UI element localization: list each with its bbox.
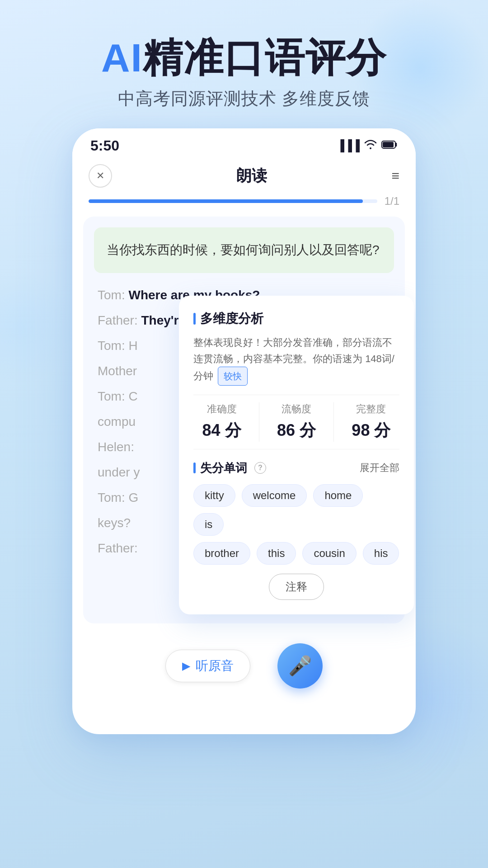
- speaker-label: compu: [98, 415, 136, 429]
- ai-text: AI: [101, 35, 143, 80]
- word-tag-home[interactable]: home: [313, 484, 363, 507]
- lost-words-header: 失分单词 ? 展开全部: [193, 460, 399, 476]
- phone-mockup: 5:50 ▐▐▐ ✕ 朗读 ≡: [72, 128, 416, 734]
- analysis-title: 多维度分析: [193, 310, 399, 327]
- progress-label: 1/1: [385, 195, 399, 208]
- lost-words-title: 失分单词 ?: [193, 460, 266, 476]
- word-tag-cousin[interactable]: cousin: [302, 542, 356, 565]
- score-accuracy-value: 84 分: [202, 420, 241, 442]
- speaker-label: Helen:: [98, 440, 134, 454]
- score-fluency-value: 86 分: [277, 420, 316, 442]
- mic-button[interactable]: 🎤: [277, 643, 323, 689]
- speaker-label: keys?: [98, 516, 131, 530]
- score-completeness-value: 98 分: [352, 420, 390, 442]
- main-title: AI精准口语评分: [0, 36, 488, 80]
- score-divider: [259, 402, 259, 442]
- notes-button[interactable]: 注释: [269, 574, 324, 600]
- content-area: 当你找东西的时候，要如何询问别人以及回答呢? Tom: Where are my…: [83, 217, 405, 623]
- speaker-label: under y: [98, 465, 140, 479]
- subtitle: 中高考同源评测技术 多维度反馈: [0, 87, 488, 110]
- lost-words-section: 失分单词 ? 展开全部 kitty welcome home is brothe…: [193, 460, 399, 600]
- speaker-label: Tom:: [98, 288, 128, 302]
- svg-rect-1: [383, 142, 394, 147]
- speaker-label: Tom: G: [98, 491, 138, 505]
- signal-icon: ▐▐▐: [337, 139, 360, 152]
- nav-bar: ✕ 朗读 ≡: [72, 159, 416, 195]
- word-tag-brother[interactable]: brother: [193, 542, 250, 565]
- analysis-desc-text: 整体表现良好！大部分发音准确，部分语流不连贯流畅，内容基本完整。你的语速为: [193, 337, 392, 364]
- speaker-label: Father:: [98, 541, 138, 555]
- lost-words-title-text: 失分单词: [200, 460, 247, 476]
- scores-row: 准确度 84 分 流畅度 86 分 完整度 98 分: [193, 395, 399, 449]
- analysis-description: 整体表现良好！大部分发音准确，部分语流不连贯流畅，内容基本完整。你的语速为 14…: [193, 335, 399, 385]
- header-section: AI精准口语评分 中高考同源评测技术 多维度反馈: [0, 0, 488, 128]
- score-fluency: 流畅度 86 分: [277, 402, 316, 442]
- close-button[interactable]: ✕: [89, 164, 112, 188]
- speed-badge: 较快: [218, 367, 248, 386]
- blob-decoration-3: [0, 271, 77, 384]
- mic-icon: 🎤: [288, 655, 312, 677]
- score-accuracy-label: 准确度: [202, 402, 241, 416]
- progress-bar-container: 1/1: [72, 195, 416, 208]
- listen-label: 听原音: [196, 657, 234, 675]
- bottom-bar: ▶ 听原音 🎤: [72, 632, 416, 699]
- play-icon: ▶: [182, 660, 190, 672]
- score-completeness: 完整度 98 分: [352, 402, 390, 442]
- word-tag-is[interactable]: is: [193, 513, 224, 536]
- word-tags-row-2: brother this cousin his: [193, 542, 399, 565]
- status-icons: ▐▐▐: [337, 139, 398, 152]
- help-icon[interactable]: ?: [254, 462, 266, 474]
- score-accuracy: 准确度 84 分: [202, 402, 241, 442]
- status-time: 5:50: [90, 137, 119, 154]
- expand-button[interactable]: 展开全部: [360, 461, 399, 475]
- score-completeness-label: 完整度: [352, 402, 390, 416]
- score-fluency-label: 流畅度: [277, 402, 316, 416]
- status-bar: 5:50 ▐▐▐: [72, 128, 416, 159]
- analysis-card: 多维度分析 整体表现良好！大部分发音准确，部分语流不连贯流畅，内容基本完整。你的…: [179, 296, 414, 614]
- word-tags-row-1: kitty welcome home is: [193, 484, 399, 536]
- progress-fill: [89, 199, 363, 203]
- listen-button[interactable]: ▶ 听原音: [165, 650, 250, 682]
- menu-button[interactable]: ≡: [391, 168, 399, 184]
- word-tag-kitty[interactable]: kitty: [193, 484, 235, 507]
- question-box: 当你找东西的时候，要如何询问别人以及回答呢?: [94, 227, 394, 273]
- speaker-label: Father:: [98, 313, 141, 327]
- word-tag-this[interactable]: this: [257, 542, 296, 565]
- score-divider-2: [333, 402, 334, 442]
- progress-track: [89, 199, 377, 203]
- speaker-label: Tom: H: [98, 339, 138, 353]
- nav-title: 朗读: [236, 165, 267, 186]
- word-tag-his[interactable]: his: [363, 542, 399, 565]
- title-rest: 精准口语评分: [143, 35, 387, 80]
- question-text: 当你找东西的时候，要如何询问别人以及回答呢?: [107, 240, 381, 260]
- word-tag-welcome[interactable]: welcome: [242, 484, 307, 507]
- battery-icon: [381, 139, 398, 152]
- speaker-label: Tom: C: [98, 389, 138, 403]
- speaker-label: Mother: [98, 364, 137, 378]
- wifi-icon: [364, 139, 377, 152]
